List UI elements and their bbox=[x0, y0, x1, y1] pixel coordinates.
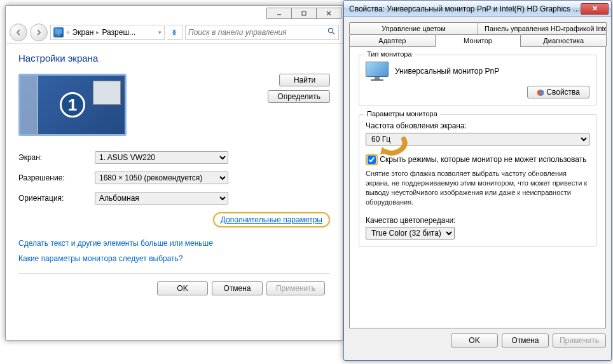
minimize-button[interactable] bbox=[266, 8, 292, 19]
ok-button-right[interactable]: OK bbox=[451, 334, 498, 347]
apply-button[interactable]: Применить bbox=[266, 281, 325, 295]
shield-icon bbox=[537, 89, 544, 97]
close-button[interactable]: ✕ bbox=[581, 3, 609, 15]
group-monitor-params: Параметры монитора Частота обновления эк… bbox=[359, 114, 596, 246]
close-button[interactable] bbox=[316, 8, 341, 19]
svg-line-7 bbox=[333, 32, 334, 34]
group-title-monitor-type: Тип монитора bbox=[364, 50, 415, 58]
tab-intel-panel[interactable]: Панель управления HD-графикой Intel(R) bbox=[478, 22, 607, 34]
select-color-quality[interactable]: True Color (32 бита) bbox=[366, 227, 455, 239]
svg-point-6 bbox=[329, 28, 333, 32]
link-make-bigger[interactable]: Сделать текст и другие элементы больше и… bbox=[18, 239, 330, 248]
select-resolution[interactable]: 1680 × 1050 (рекомендуется) bbox=[95, 172, 228, 184]
label-hide-modes: Скрыть режимы, которые монитор не может … bbox=[380, 155, 586, 164]
svg-rect-1 bbox=[302, 11, 306, 15]
label-display: Экран: bbox=[18, 153, 95, 162]
tab-color-mgmt[interactable]: Управление цветом bbox=[349, 22, 478, 34]
group-title-monitor-params: Параметры монитора bbox=[364, 110, 440, 118]
breadcrumb-item-2[interactable]: Разреш... bbox=[102, 28, 135, 37]
cancel-button[interactable]: Отмена bbox=[212, 281, 263, 295]
label-refresh: Частота обновления экрана: bbox=[366, 121, 589, 130]
window-display-settings: « Экран ▸ Разреш... ▾ Настройки экрана 1 bbox=[5, 5, 343, 340]
advanced-params-link[interactable]: Дополнительные параметры bbox=[213, 212, 330, 227]
select-display[interactable]: 1. ASUS VW220 bbox=[95, 151, 228, 164]
search-input[interactable] bbox=[188, 28, 327, 37]
maximize-button[interactable] bbox=[291, 8, 317, 19]
detect-button[interactable]: Определить bbox=[268, 90, 330, 103]
monitor-name: Универсальный монитор PnP bbox=[395, 67, 499, 76]
searchbox[interactable] bbox=[185, 25, 339, 40]
breadcrumb[interactable]: « Экран ▸ Разреш... ▾ bbox=[50, 25, 165, 40]
window-title: Свойства: Универсальный монитор PnP и In… bbox=[349, 4, 581, 13]
search-icon bbox=[327, 27, 336, 37]
monitor-icon bbox=[366, 62, 389, 81]
svg-rect-5 bbox=[57, 34, 60, 36]
nav-forward-button[interactable] bbox=[30, 24, 48, 41]
label-quality: Качество цветопередачи: bbox=[366, 216, 589, 225]
monitor-preview[interactable]: 1 bbox=[18, 74, 127, 136]
ok-button[interactable]: OK bbox=[157, 281, 208, 295]
display-number: 1 bbox=[60, 92, 85, 118]
titlebar-left bbox=[6, 6, 343, 21]
titlebar-right: Свойства: Универсальный монитор PnP и In… bbox=[344, 1, 611, 17]
properties-button[interactable]: Свойства bbox=[527, 86, 589, 98]
label-resolution: Разрешение: bbox=[18, 173, 95, 182]
checkbox-hide-modes[interactable] bbox=[368, 156, 376, 164]
refresh-button[interactable] bbox=[167, 25, 183, 40]
page-title: Настройки экрана bbox=[18, 53, 330, 64]
svg-rect-4 bbox=[55, 29, 62, 34]
checkbox-highlight bbox=[366, 154, 378, 165]
window-monitor-properties: Свойства: Универсальный монитор PnP и In… bbox=[343, 0, 612, 361]
tab-monitor[interactable]: Монитор bbox=[435, 34, 521, 47]
tab-diagnostics[interactable]: Диагностика bbox=[520, 34, 607, 46]
cancel-button-right[interactable]: Отмена bbox=[502, 334, 549, 347]
select-refresh-rate[interactable]: 60 Гц bbox=[366, 133, 589, 145]
control-panel-icon bbox=[53, 27, 64, 37]
select-orientation[interactable]: Альбомная bbox=[95, 192, 228, 205]
link-which-params[interactable]: Какие параметры монитора следует выбрать… bbox=[18, 254, 330, 263]
hide-modes-desc: Снятие этого флажка позволяет выбрать ча… bbox=[366, 169, 589, 206]
breadcrumb-item-1[interactable]: Экран bbox=[72, 28, 94, 37]
group-monitor-type: Тип монитора Универсальный монитор PnP С… bbox=[359, 55, 596, 105]
label-orientation: Ориентация: bbox=[18, 194, 95, 203]
find-button[interactable]: Найти bbox=[279, 74, 330, 86]
navbar: « Экран ▸ Разреш... ▾ bbox=[6, 21, 343, 44]
nav-back-button[interactable] bbox=[10, 24, 27, 41]
apply-button-right[interactable]: Применить bbox=[553, 334, 606, 347]
tab-adapter[interactable]: Адаптер bbox=[349, 34, 436, 46]
